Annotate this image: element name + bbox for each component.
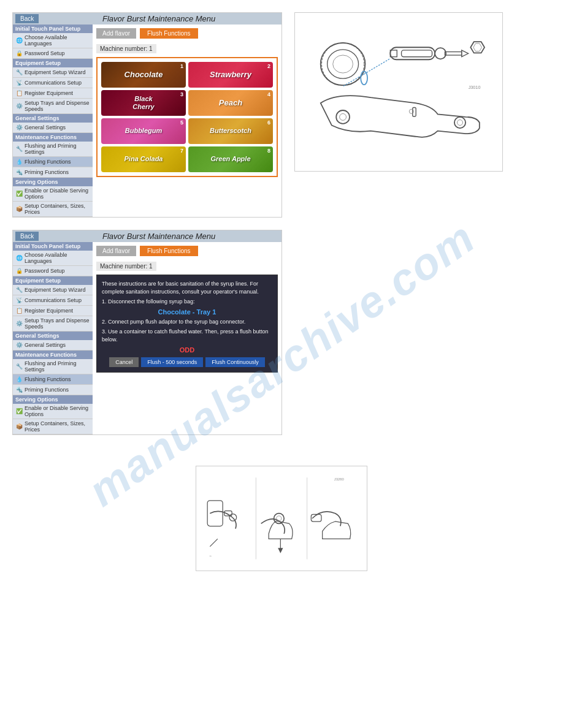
flavor-num-chocolate: 1 — [180, 63, 183, 69]
flush-continuous-button[interactable]: Flush Continuously — [205, 357, 265, 367]
flavor-tile-strawberry[interactable]: Strawberry 2 — [188, 62, 273, 88]
panel2-body: Initial Touch Panel Setup 🌐 Choose Avail… — [13, 242, 282, 434]
p2-add-flavor-button[interactable]: Add flavor — [96, 246, 136, 256]
p2-sidebar-item-register[interactable]: 📋 Register Equipment — [13, 306, 93, 316]
flavor-num-bubblegum: 5 — [180, 119, 183, 126]
sidebar-item-prime-functions[interactable]: 🔩 Priming Functions — [13, 167, 93, 178]
password-icon: 🔒 — [15, 50, 23, 57]
flavor-tile-green-apple[interactable]: Green Apple 8 — [188, 146, 273, 172]
svg-rect-16 — [413, 107, 416, 116]
top-section: Back Flavor Burst Maintenance Menu Initi… — [0, 0, 563, 224]
prime-icon: 🔩 — [15, 169, 23, 176]
panel1-title: Flavor Burst Maintenance Menu — [39, 14, 279, 23]
p2-language-icon: 🌐 — [15, 254, 23, 262]
sidebar-item-general-settings[interactable]: ⚙️ General Settings — [13, 123, 93, 133]
flush-flavor-name: Chocolate - Tray 1 — [102, 308, 272, 316]
flavor-num-black-cherry: 3 — [180, 91, 183, 97]
p2-sidebar-item-languages[interactable]: 🌐 Choose Available Languages — [13, 251, 93, 266]
sidebar-item-flush-functions[interactable]: 💧 Flushing Functions — [13, 157, 93, 167]
sidebar-item-register[interactable]: 📋 Register Equipment — [13, 88, 93, 99]
flavor-name-bubblegum: Bubblegum — [125, 127, 163, 135]
flavor-tile-black-cherry[interactable]: BlackCherry 3 — [101, 90, 186, 116]
flavor-num-butterscotch: 6 — [267, 119, 270, 126]
diagram1-svg: J3010 — [301, 31, 497, 153]
p2-sidebar-item-wizard[interactable]: 🔧 Equipment Setup Wizard — [13, 285, 93, 295]
flush-500-button[interactable]: Flush - 500 seconds — [141, 357, 203, 367]
p2-sidebar-item-containers[interactable]: 📦 Setup Containers, Sizes, Prices — [13, 419, 93, 434]
panel2-back-button[interactable]: Back — [15, 232, 39, 241]
flavor-name-pina-colada: Pina Colada — [124, 155, 163, 163]
sidebar-section-serving: Serving Options — [13, 178, 93, 186]
wizard-icon: 🔧 — [15, 69, 23, 76]
svg-marker-9 — [462, 50, 469, 57]
svg-point-15 — [457, 119, 462, 125]
panel1-header-row: Back Flavor Burst Maintenance Menu — [13, 13, 282, 25]
flush-status: ODD — [102, 346, 272, 354]
flavor-tile-butterscotch[interactable]: Butterscotch 6 — [188, 118, 273, 144]
flush-functions-button[interactable]: Flush Functions — [140, 28, 198, 39]
p2-sidebar-item-comms[interactable]: 📡 Communications Setup — [13, 295, 93, 306]
flush-cancel-button[interactable]: Cancel — [109, 357, 139, 367]
language-icon: 🌐 — [15, 37, 23, 44]
p2-wizard-icon: 🔧 — [15, 286, 23, 294]
sidebar-item-languages[interactable]: 🌐 Choose Available Languages — [13, 33, 93, 48]
svg-point-29 — [277, 516, 282, 521]
flavor-tile-bubblegum[interactable]: Bubblegum 5 — [101, 118, 186, 144]
panel1-sidebar: Initial Touch Panel Setup 🌐 Choose Avail… — [13, 25, 93, 217]
p2-general-icon: ⚙️ — [15, 341, 23, 349]
p2-sidebar-item-trays[interactable]: ⚙️ Setup Trays and Dispense Speeds — [13, 316, 93, 332]
sidebar-item-trays[interactable]: ⚙️ Setup Trays and Dispense Speeds — [13, 99, 93, 114]
svg-marker-31 — [278, 548, 283, 553]
flavor-name-green-apple: Green Apple — [211, 155, 251, 163]
bottom-right-space — [294, 230, 551, 435]
p2-comms-icon: 📡 — [15, 297, 23, 304]
sidebar-item-flush-prime-settings[interactable]: 🔧 Flushing and Priming Settings — [13, 142, 93, 157]
p2-sidebar-item-prime[interactable]: 🔩 Priming Functions — [13, 385, 93, 395]
p2-sidebar-section-equipment: Equipment Setup — [13, 276, 93, 285]
panel2-flush-instructions: Back Flavor Burst Maintenance Menu Initi… — [12, 230, 282, 435]
p2-prime-icon: 🔩 — [15, 386, 23, 393]
flavor-tile-chocolate[interactable]: Chocolate 1 — [101, 62, 186, 88]
add-flavor-button[interactable]: Add flavor — [96, 28, 136, 39]
svg-rect-8 — [445, 52, 461, 55]
panel2-header-row: Back Flavor Burst Maintenance Menu — [13, 230, 282, 242]
panel1-back-button[interactable]: Back — [15, 14, 39, 23]
panel2-main: Add flavor Flush Functions Machine numbe… — [93, 242, 282, 434]
flavor-name-peach: Peach — [219, 98, 242, 108]
flush-intro-text: These instructions are for basic sanitat… — [102, 280, 272, 295]
flush-instructions-box: These instructions are for basic sanitat… — [96, 275, 278, 373]
sidebar-item-password[interactable]: 🔒 Password Setup — [13, 48, 93, 59]
sidebar-item-comms[interactable]: 📡 Communications Setup — [13, 78, 93, 88]
flush-icon: 💧 — [15, 158, 23, 165]
sidebar-item-wizard[interactable]: 🔧 Equipment Setup Wizard — [13, 67, 93, 78]
svg-point-1 — [327, 50, 359, 78]
enable-icon: ✅ — [15, 190, 23, 197]
svg-point-7 — [435, 48, 446, 59]
p2-sidebar-item-password[interactable]: 🔒 Password Setup — [13, 266, 93, 276]
svg-rect-23 — [207, 501, 223, 526]
p2-sidebar-section-initial: Initial Touch Panel Setup — [13, 242, 93, 251]
diagram1-ref: J3010 — [469, 85, 481, 90]
fp-settings-icon: 🔧 — [15, 145, 23, 153]
flavor-tile-peach[interactable]: Peach 4 — [188, 90, 273, 116]
sidebar-item-containers[interactable]: 📦 Setup Containers, Sizes, Prices — [13, 202, 93, 217]
flavor-tile-pina-colada[interactable]: Pina Colada 7 — [101, 146, 186, 172]
p2-sidebar-item-flush[interactable]: 💧 Flushing Functions — [13, 374, 93, 385]
sidebar-section-maintenance: Maintenance Functions — [13, 133, 93, 142]
flavor-grid: Chocolate 1 Strawberry 2 BlackCherry 3 P… — [96, 57, 278, 177]
containers-icon: 📦 — [15, 205, 23, 213]
p2-tray-icon: ⚙️ — [15, 320, 23, 327]
sidebar-item-serving-enable[interactable]: ✅ Enable or Disable Serving Options — [13, 186, 93, 202]
sidebar-section-general: General Settings — [13, 114, 93, 123]
diagram1-panel: J3010 — [294, 12, 503, 172]
flavor-name-chocolate: Chocolate — [124, 70, 163, 80]
comms-icon: 📡 — [15, 79, 23, 86]
p2-flush-functions-button[interactable]: Flush Functions — [140, 246, 198, 256]
diagram2-svg: ← J3260 — [202, 472, 361, 564]
p2-containers-icon: 📦 — [15, 423, 23, 430]
p2-sidebar-item-general[interactable]: ⚙️ General Settings — [13, 340, 93, 351]
p2-sidebar-item-fp-settings[interactable]: 🔧 Flushing and Priming Settings — [13, 359, 93, 374]
flavor-num-green-apple: 8 — [267, 148, 270, 154]
p2-sidebar-item-serving[interactable]: ✅ Enable or Disable Serving Options — [13, 404, 93, 419]
p2-serving-icon: ✅ — [15, 408, 23, 415]
